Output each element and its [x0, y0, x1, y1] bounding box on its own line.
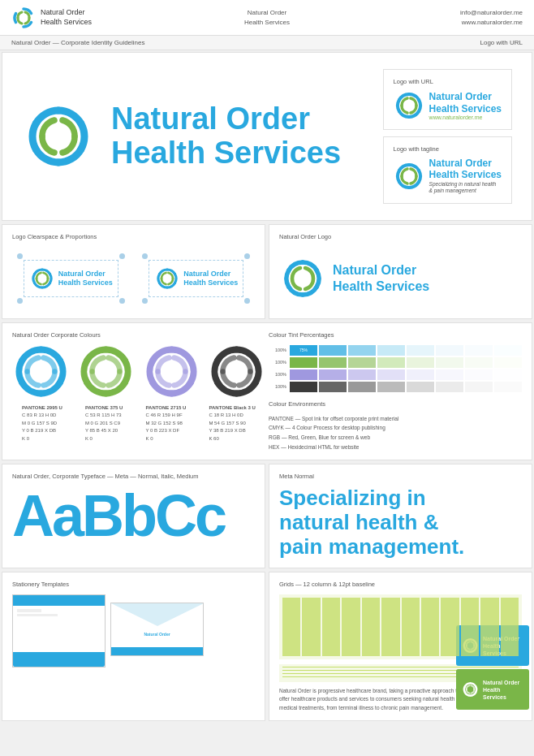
clearance-title: Logo Clearspace & Proportions: [12, 233, 255, 240]
biz-card-green-text: Natural Order Health Services: [483, 679, 523, 701]
clearance-logo-2: Natural Order Health Services: [142, 253, 250, 304]
tint-section: Colour Tint Percentages 100% 75%: [269, 331, 522, 452]
colour-circle-black: [210, 345, 263, 398]
envelope-mockup: Natural Order: [110, 603, 204, 656]
header-logo-text: Natural Order Health Services: [41, 8, 92, 27]
nav-bar: Natural Order — Corporate Identity Guide…: [0, 36, 534, 50]
nav-left: Natural Order — Corporate Identity Guide…: [11, 39, 145, 46]
tint-title: Colour Tint Percentages: [269, 331, 522, 339]
colours-section: Natural Order Corporate Colours: [2, 322, 532, 461]
letter-mockup: [12, 594, 106, 667]
meta-section: Meta Normal Specializing in natural heal…: [269, 464, 532, 568]
typeface-section: Natural Order, Corporate Typeface — Meta…: [2, 464, 265, 568]
biz-card-green: Natural Order Health Services: [456, 669, 529, 710]
colours-title: Natural Order Corporate Colours: [12, 331, 265, 339]
colour-env-title: Colour Environments: [269, 400, 522, 408]
logo-tagline-icon: [394, 161, 424, 192]
header-logo: Natural Order Health Services: [11, 6, 182, 30]
logo-tagline-title: Logo with tagline: [394, 145, 502, 153]
typeface-sample: AaBbCc: [12, 486, 255, 545]
grids-title: Grids — 12 column & 12pt baseline: [279, 581, 522, 588]
pantone-4-info: PANTONE Black 3 U C 18 R 13 H 0D M 54 G …: [209, 404, 255, 443]
pantone-1-info: PANTONE 2995 U C 83 R 13 H 0D M 0 G 157 …: [22, 404, 62, 443]
meta-text: Specializing in natural health & pain ma…: [279, 486, 522, 559]
logo-url-section: Logo with URL: [383, 69, 512, 130]
colour-circle-purple: [145, 345, 198, 398]
stationery-title: Stationery Templates: [12, 581, 255, 588]
colour-circle-blue: [15, 345, 67, 398]
colours-left: Natural Order Corporate Colours: [12, 331, 265, 452]
typeface-title: Natural Order, Corporate Typeface — Meta…: [12, 473, 255, 480]
grid-visual: [279, 594, 522, 659]
colour-env: Colour Environments PANTONE — Spot Ink f…: [269, 400, 522, 452]
header-contact: info@naturalorder.me www.naturalorder.me: [352, 8, 523, 26]
logo-icon-header: [11, 6, 36, 30]
logo-url-icon: [394, 90, 424, 121]
meta-title: Meta Normal: [279, 473, 522, 480]
colour-env-lines: PANTONE — Spot Ink for offset corporate …: [269, 414, 522, 452]
no-logo-icon: [279, 255, 326, 302]
nav-right: Logo with URL: [480, 39, 523, 46]
header: Natural Order Health Services Natural Or…: [0, 0, 534, 36]
header-center: Natural Order Health Services: [182, 8, 352, 26]
stationery-section: Stationery Templates Natural Orde: [2, 572, 265, 721]
pantone-3-info: PANTONE 2715 U C 46 R 159 H 9F M 32 G 15…: [146, 404, 187, 443]
no-logo-title: Natural Order Logo: [279, 233, 522, 240]
hero-text: Natural Order Health Services: [111, 102, 341, 171]
no-logo-section: Natural Order Logo: [269, 224, 532, 319]
hero-logo-icon: [22, 100, 95, 173]
logo-tagline-section: Logo with tagline: [383, 136, 512, 204]
clearance-section: Logo Clearspace & Proportions: [2, 224, 265, 319]
tint-grid: 100% 75% 100%: [269, 345, 522, 392]
pantone-2-info: PANTONE 375 U C 53 R 115 H 73 M 0 G 201 …: [85, 404, 123, 443]
hero-section: Natural Order Health Services Logo with …: [2, 52, 532, 221]
clearance-logo-1: Natural Order Health Services: [17, 253, 125, 304]
logo-url-title: Logo with URL: [394, 78, 502, 85]
colour-circle-green: [80, 345, 132, 398]
page: Natural Order Health Services Natural Or…: [0, 0, 534, 723]
biz-card-green-icon: [462, 680, 479, 698]
